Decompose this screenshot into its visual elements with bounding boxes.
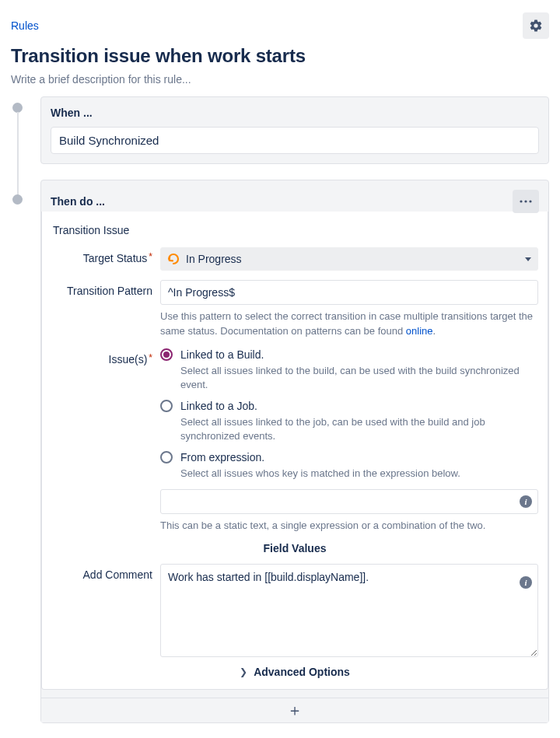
gear-icon <box>529 19 543 33</box>
action-title: Transition Issue <box>51 222 538 247</box>
radio-from-expression-label: From expression. <box>180 451 264 463</box>
trigger-select[interactable]: Build Synchronized <box>51 127 539 154</box>
pattern-doc-link[interactable]: online <box>406 325 433 337</box>
timeline-dot-when <box>12 103 23 113</box>
rule-description-input[interactable] <box>11 73 549 86</box>
svg-point-2 <box>529 200 531 202</box>
then-block: Then do ... Transition Issue Target Stat… <box>40 180 549 723</box>
radio-linked-to-job[interactable] <box>160 400 173 412</box>
rule-settings-button[interactable] <box>523 12 549 39</box>
svg-point-0 <box>520 200 522 202</box>
issues-label: Issue(s) <box>51 348 160 366</box>
radio-linked-to-job-label: Linked to a Job. <box>180 400 257 412</box>
transition-pattern-help: Use this pattern to select the correct t… <box>160 310 538 339</box>
chevron-down-icon <box>525 257 531 261</box>
info-icon[interactable]: i <box>520 495 532 508</box>
when-block: When ... Build Synchronized <box>40 96 549 164</box>
radio-from-expression-help: Select all issues whos key is matched in… <box>180 467 538 481</box>
radio-linked-to-build-help: Select all issues linked to the build, c… <box>180 364 538 392</box>
then-heading: Then do ... <box>51 195 105 208</box>
target-status-value: In Progress <box>186 253 242 265</box>
radio-from-expression[interactable] <box>160 451 173 463</box>
radio-linked-to-build-label: Linked to a Build. <box>180 348 264 361</box>
field-values-heading: Field Values <box>51 542 538 554</box>
svg-point-1 <box>524 200 527 202</box>
expression-help: This can be a static text, a single expr… <box>160 519 538 533</box>
timeline <box>12 98 26 723</box>
transition-pattern-input[interactable] <box>160 280 538 305</box>
transition-pattern-label: Transition Pattern <box>51 280 160 297</box>
timeline-connector <box>17 112 19 196</box>
advanced-options-toggle[interactable]: ❯ Advanced Options <box>51 666 538 678</box>
then-more-button[interactable] <box>513 190 539 213</box>
advanced-options-label: Advanced Options <box>254 666 350 678</box>
expression-input[interactable] <box>160 489 538 514</box>
radio-linked-to-build[interactable] <box>160 348 173 361</box>
chevron-right-icon: ❯ <box>240 666 247 677</box>
radio-linked-to-job-help: Select all issues linked to the job, can… <box>180 415 538 443</box>
when-heading: When ... <box>51 107 93 119</box>
add-comment-textarea[interactable] <box>160 564 538 657</box>
plus-icon: ＋ <box>287 700 303 721</box>
timeline-dot-then <box>12 194 23 205</box>
target-status-label: Target Status <box>51 247 160 264</box>
page-title: Transition issue when work starts <box>11 45 549 67</box>
add-comment-label: Add Comment <box>51 564 160 581</box>
breadcrumb-rules-link[interactable]: Rules <box>11 18 39 33</box>
more-icon <box>519 200 533 203</box>
action-card: Transition Issue Target Status In Progre… <box>41 212 548 690</box>
target-status-select[interactable]: In Progress <box>160 247 538 271</box>
add-action-button[interactable]: ＋ <box>41 698 548 722</box>
in-progress-icon <box>167 253 180 265</box>
